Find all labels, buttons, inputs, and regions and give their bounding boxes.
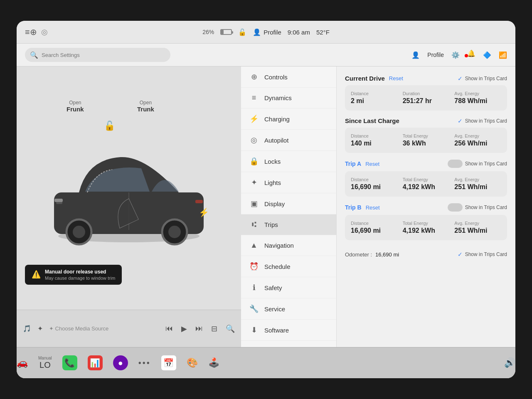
settings-item-display[interactable]: ▣ Display — [241, 193, 336, 214]
media-icon-left: ≡⊕ — [25, 27, 37, 37]
skip-back-button[interactable]: ⏮ — [165, 324, 173, 333]
lock-icon: 🔓 — [238, 28, 246, 36]
calendar-icon: 📅 — [163, 358, 174, 368]
trip-b-avg-value: 251 Wh/mi — [454, 227, 501, 234]
warning-banner: ⚠️ Manual door release used May cause da… — [25, 265, 122, 285]
current-drive-energy: Avg. Energy 788 Wh/mi — [454, 91, 501, 105]
trip-a-title: Trip A — [345, 160, 361, 167]
dynamics-icon: ≡ — [249, 94, 259, 102]
odometer-show-trips[interactable]: ✓ Show in Trips Card — [458, 251, 507, 258]
current-drive-section: Current Drive Reset ✓ Show in Trips Card… — [345, 75, 507, 111]
svg-rect-9 — [195, 200, 203, 203]
navigation-label: Navigation — [264, 242, 294, 249]
taskbar: 🚗 Manual LO 📞 📊 ● ••• 📅 🎨 🕹️ 🔊 — [17, 347, 515, 378]
taskbar-car-icon[interactable]: 🚗 — [17, 357, 28, 368]
current-drive-reset-button[interactable]: Reset — [389, 75, 403, 81]
three-dots-button[interactable]: ••• — [138, 358, 151, 368]
volume-control[interactable]: 🔊 — [504, 357, 515, 368]
settings-item-controls[interactable]: ⊕ Controls — [241, 66, 336, 88]
color-wheel-button[interactable]: 🎨 — [187, 357, 198, 368]
settings-gear-icon[interactable]: ⚙️ — [451, 51, 460, 59]
settings-sidebar: ⊕ Controls ≡ Dynamics ⚡ Charging ◎ Autop… — [241, 66, 337, 347]
odometer-checkmark: ✓ — [458, 251, 463, 258]
since-charge-total-energy: Total Energy 36 kWh — [403, 133, 450, 147]
calendar-app-button[interactable]: 📅 — [161, 355, 176, 370]
car-svg: ⚡ — [46, 138, 212, 246]
play-button[interactable]: ▶ — [181, 324, 187, 333]
settings-item-autopilot[interactable]: ◎ Autopilot — [241, 130, 336, 151]
settings-item-trips[interactable]: ⑆ Trips — [241, 214, 336, 235]
warning-triangle-icon: ⚠️ — [32, 270, 41, 279]
signal-icon: 📶 — [499, 51, 507, 59]
since-charge-distance: Distance 140 mi — [351, 133, 398, 147]
current-drive-energy-value: 788 Wh/mi — [454, 97, 501, 105]
locks-icon: 🔒 — [249, 157, 259, 166]
trip-a-reset-button[interactable]: Reset — [365, 161, 379, 167]
equalizer-icon[interactable]: ⊟ — [211, 324, 217, 333]
trip-b-show-label: Show in Trips Card — [465, 204, 507, 210]
phone-app-button[interactable]: 📞 — [62, 355, 77, 370]
temp-display: 52°F — [316, 29, 330, 36]
charging-icon: ⚡ — [249, 114, 259, 123]
trip-a-avg-value: 251 Wh/mi — [454, 183, 501, 191]
navigation-icon: ▲ — [249, 241, 259, 250]
trip-b-distance-value: 16,690 mi — [351, 227, 398, 234]
bluetooth-icon[interactable]: 🔷 — [483, 51, 491, 59]
trip-a-show-trips[interactable]: Show in Trips Card — [448, 160, 507, 168]
more-options-icon: ••• — [138, 358, 151, 368]
settings-item-software[interactable]: ⬇ Software — [241, 320, 336, 341]
car-image-area: ⚡ — [17, 100, 241, 285]
since-last-charge-title: Since Last Charge — [345, 117, 399, 124]
settings-item-safety[interactable]: ℹ Safety — [241, 277, 336, 298]
media-source-label[interactable]: ✦ Choose Media Source — [49, 325, 159, 332]
since-charge-show-trips[interactable]: ✓ Show in Trips Card — [458, 118, 507, 124]
software-label: Software — [264, 327, 289, 334]
trip-a-toggle[interactable] — [448, 160, 463, 168]
top-status-bar: ≡⊕ ◎ 26% 🔓 👤 Profile 9:06 am 52°F — [17, 21, 515, 44]
trip-b-toggle[interactable] — [448, 203, 463, 212]
audio-app-button[interactable]: 📊 — [88, 355, 103, 370]
svg-point-4 — [73, 226, 85, 238]
music-note-icon: 🎵 — [23, 325, 31, 332]
trip-a-avg-energy: Avg. Energy 251 Wh/mi — [454, 177, 501, 191]
settings-item-locks[interactable]: 🔒 Locks — [241, 151, 336, 172]
settings-item-schedule[interactable]: ⏰ Schedule — [241, 256, 336, 277]
trip-a-energy-value: 4,192 kWh — [403, 183, 450, 191]
audio-icon: 📊 — [90, 358, 100, 368]
search-media-icon[interactable]: 🔍 — [226, 324, 235, 333]
current-drive-show-label: Show in Trips Card — [465, 76, 507, 81]
gamepad-button[interactable]: 🕹️ — [208, 357, 219, 368]
settings-item-charging[interactable]: ⚡ Charging — [241, 108, 336, 130]
search-bar[interactable]: 🔍 — [25, 48, 170, 62]
search-icon: 🔍 — [30, 51, 38, 59]
trip-a-section: Trip A Reset Show in Trips Card Distance… — [345, 160, 507, 197]
search-input[interactable] — [42, 52, 165, 58]
profile-label: Profile — [264, 29, 281, 36]
profile-person-icon-2: 👤 — [411, 51, 420, 59]
trip-a-title-row: Trip A Reset — [345, 160, 379, 167]
settings-item-dynamics[interactable]: ≡ Dynamics — [241, 88, 336, 108]
skip-forward-button[interactable]: ⏭ — [195, 324, 203, 333]
top-bar-left: ≡⊕ ◎ — [25, 27, 48, 37]
main-content: Open Frunk Open Trunk 🔓 — [17, 66, 515, 347]
current-drive-duration-label: Duration — [403, 91, 450, 96]
notification-wrapper[interactable]: 🔔 — [467, 49, 475, 61]
notification-dot — [465, 54, 468, 57]
settings-item-lights[interactable]: ✦ Lights — [241, 172, 336, 193]
since-charge-energy-label: Total Energy — [403, 133, 450, 138]
current-drive-checkmark: ✓ — [458, 75, 463, 82]
since-charge-energy-value: 36 kWh — [403, 140, 450, 147]
current-drive-title: Current Drive — [345, 75, 385, 82]
current-drive-show-trips[interactable]: ✓ Show in Trips Card — [458, 75, 507, 82]
profile-section[interactable]: 👤 Profile — [253, 28, 281, 36]
since-charge-card: Distance 140 mi Total Energy 36 kWh Avg.… — [345, 128, 507, 153]
purple-app-button[interactable]: ● — [113, 355, 128, 370]
settings-item-service[interactable]: 🔧 Service — [241, 298, 336, 320]
trip-b-energy-label: Total Energy — [403, 221, 450, 226]
trip-b-reset-button[interactable]: Reset — [366, 204, 380, 211]
trip-b-show-trips[interactable]: Show in Trips Card — [448, 203, 507, 212]
current-drive-duration: Duration 251:27 hr — [403, 91, 450, 105]
trip-a-total-energy: Total Energy 4,192 kWh — [403, 177, 450, 191]
trip-b-distance: Distance 16,690 mi — [351, 221, 398, 234]
settings-item-navigation[interactable]: ▲ Navigation — [241, 235, 336, 256]
